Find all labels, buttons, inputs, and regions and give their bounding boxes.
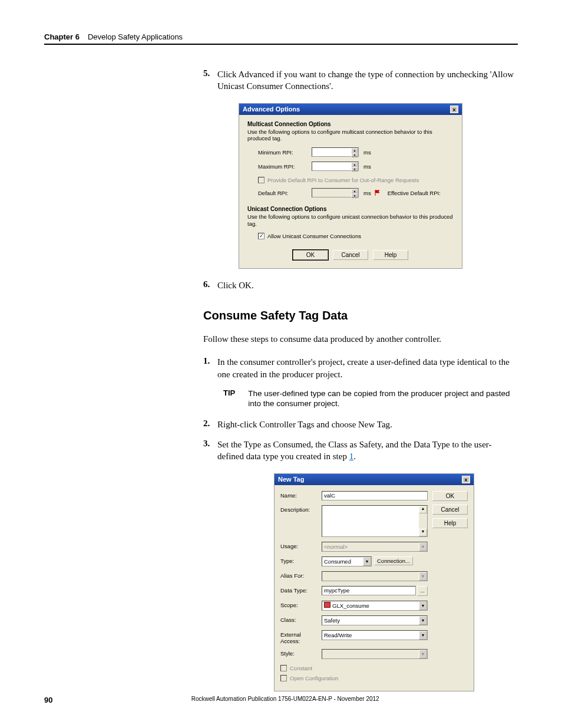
effective-default-label: Effective Default RPI:	[388, 190, 441, 196]
external-access-label: External Access:	[280, 630, 322, 644]
spin-down-icon[interactable]: ▼	[351, 167, 358, 172]
unit-label: ms	[363, 190, 371, 196]
close-icon[interactable]: ×	[450, 106, 458, 113]
checkbox-icon	[280, 665, 287, 671]
scope-label: Scope:	[280, 601, 322, 608]
checkbox-icon	[258, 177, 265, 183]
step-text: Set the Type as Consumed, the Class as S…	[217, 439, 518, 463]
step-1: 1. In the consumer controller's project,…	[203, 356, 518, 380]
new-tag-dialog: New Tag × Name: valC Description: ▲▼	[274, 473, 474, 691]
browse-button[interactable]: ...	[417, 586, 428, 596]
spin-down-icon: ▼	[351, 193, 358, 198]
unicast-section-header: Unicast Connection Options	[247, 206, 454, 212]
chevron-down-icon[interactable]: ▼	[363, 557, 371, 566]
step-number: 1.	[203, 356, 217, 380]
name-label: Name:	[280, 491, 322, 499]
chevron-down-icon[interactable]: ▼	[419, 631, 427, 640]
description-label: Description:	[280, 505, 322, 513]
spin-up-icon: ▲	[351, 189, 358, 193]
chevron-down-icon[interactable]: ▼	[419, 616, 427, 625]
step-3: 3. Set the Type as Consumed, the Class a…	[203, 439, 518, 463]
usage-select: <normal> ▼	[322, 542, 428, 552]
scroll-down-icon[interactable]: ▼	[419, 529, 427, 536]
usage-label: Usage:	[280, 542, 322, 549]
max-rpi-label: Maximum RPI:	[258, 163, 308, 170]
flag-icon	[375, 190, 381, 196]
dialog-titlebar: Advanced Options ×	[239, 104, 462, 115]
type-select[interactable]: Consumed ▼	[322, 556, 372, 566]
close-icon[interactable]: ×	[462, 476, 470, 483]
min-rpi-input[interactable]: ▲▼	[312, 147, 359, 157]
checkbox-icon	[280, 675, 287, 681]
publication-info: Rockwell Automation Publication 1756-UM0…	[191, 696, 379, 704]
page-header: Chapter 6 Develop Safety Applications	[44, 32, 518, 45]
unit-label: ms	[363, 149, 371, 156]
constant-label: Constant	[290, 665, 312, 671]
chevron-down-icon: ▼	[419, 542, 427, 551]
cancel-button[interactable]: Cancel	[333, 250, 368, 260]
default-rpi-label: Default RPI:	[258, 190, 308, 196]
multicast-section-desc: Use the following options to configure m…	[247, 129, 454, 142]
step-text: In the consumer controller's project, cr…	[217, 356, 518, 380]
dialog-titlebar: New Tag ×	[275, 474, 474, 485]
alias-label: Alias For:	[280, 571, 322, 579]
constant-checkbox-row: Constant	[280, 665, 428, 671]
unicast-section-desc: Use the following options to configure u…	[247, 213, 454, 227]
help-button[interactable]: Help	[373, 250, 408, 260]
default-rpi-row: Default RPI: ▲▼ ms Effective Default RPI…	[258, 188, 454, 197]
ok-button[interactable]: OK	[432, 491, 468, 501]
spin-up-icon[interactable]: ▲	[351, 148, 358, 153]
open-config-checkbox-row: Open Configuration	[280, 675, 428, 681]
step-text-post: .	[353, 452, 356, 461]
chevron-down-icon[interactable]: ▼	[419, 601, 427, 610]
step-2: 2. Right-click Controller Tags and choos…	[203, 419, 518, 430]
scrollbar[interactable]: ▲▼	[419, 506, 427, 536]
allow-unicast-checkbox-row[interactable]: ✓ Allow Unicast Consumer Connections	[258, 233, 454, 239]
unit-label: ms	[363, 163, 371, 170]
chevron-down-icon: ▼	[419, 650, 427, 658]
provide-default-label: Provide Default RPI to Consumer for Out-…	[267, 177, 419, 183]
connection-button[interactable]: Connection...	[374, 556, 413, 565]
spin-down-icon[interactable]: ▼	[351, 153, 358, 157]
chapter-label: Chapter 6	[44, 32, 80, 41]
checkbox-checked-icon[interactable]: ✓	[258, 233, 265, 239]
alias-select: ▼	[322, 571, 428, 581]
open-config-label: Open Configuration	[290, 675, 338, 681]
chapter-title: Develop Safety Applications	[88, 32, 183, 41]
page-footer: 90 Rockwell Automation Publication 1756-…	[44, 696, 518, 704]
scroll-up-icon[interactable]: ▲	[419, 506, 427, 513]
spin-up-icon[interactable]: ▲	[351, 162, 358, 167]
scope-select[interactable]: GLX_consume ▼	[322, 601, 428, 611]
step-text: Click Advanced if you want to change the…	[217, 68, 518, 93]
type-label: Type:	[280, 556, 322, 564]
step-number: 5.	[203, 68, 217, 93]
datatype-label: Data Type:	[280, 586, 322, 594]
class-select[interactable]: Safety ▼	[322, 615, 428, 625]
tip-text: The user-defined type can be copied from…	[248, 388, 518, 409]
page-number: 90	[44, 696, 52, 704]
tip-label: TIP	[223, 388, 235, 409]
section-intro: Follow these steps to consume data produ…	[203, 333, 518, 345]
datatype-input[interactable]: mypcType	[322, 586, 416, 595]
style-select: ▼	[322, 649, 428, 659]
provide-default-checkbox-row: Provide Default RPI to Consumer for Out-…	[258, 177, 454, 183]
external-access-select[interactable]: Read/Write ▼	[322, 630, 428, 640]
step-text: Click OK.	[217, 279, 254, 291]
controller-icon	[324, 602, 330, 608]
min-rpi-row: Minimum RPI: ▲▼ ms	[258, 147, 454, 157]
chevron-down-icon: ▼	[419, 572, 427, 581]
step-6: 6. Click OK.	[203, 279, 518, 291]
advanced-options-dialog: Advanced Options × Multicast Connection …	[239, 103, 462, 269]
step-number: 6.	[203, 279, 217, 291]
cancel-button[interactable]: Cancel	[432, 505, 468, 515]
max-rpi-row: Maximum RPI: ▲▼ ms	[258, 162, 454, 171]
multicast-section-header: Multicast Connection Options	[247, 121, 454, 127]
tip-block: TIP The user-defined type can be copied …	[223, 388, 518, 409]
ok-button[interactable]: OK	[293, 250, 328, 260]
dialog-title: Advanced Options	[243, 106, 300, 113]
name-input[interactable]: valC	[322, 491, 428, 500]
max-rpi-input[interactable]: ▲▼	[312, 162, 359, 171]
help-button[interactable]: Help	[432, 518, 468, 528]
dialog-title: New Tag	[278, 476, 304, 483]
description-input[interactable]: ▲▼	[322, 505, 428, 537]
